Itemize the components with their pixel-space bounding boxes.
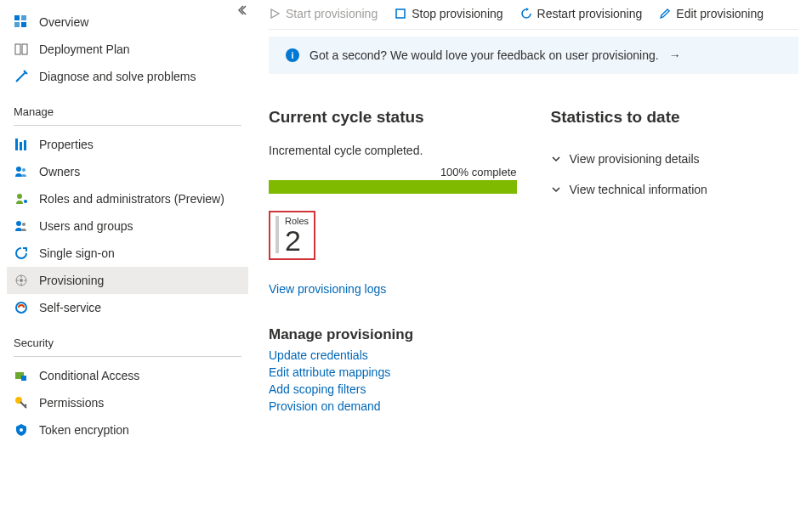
sidebar-item-label: Provisioning — [39, 274, 104, 287]
sso-icon — [14, 246, 29, 261]
roles-count: 2 — [285, 226, 309, 255]
stop-icon — [395, 8, 406, 20]
sidebar-item-conditional-access[interactable]: Conditional Access — [7, 362, 248, 389]
info-icon: i — [286, 48, 299, 62]
collapse-sidebar-icon[interactable] — [236, 5, 247, 15]
view-technical-information-toggle[interactable]: View technical information — [551, 174, 799, 205]
manage-provisioning-heading: Manage provisioning — [269, 326, 517, 343]
feedback-banner[interactable]: i Got a second? We would love your feedb… — [269, 37, 798, 74]
deployment-plan-icon — [14, 42, 29, 57]
sidebar-item-diagnose[interactable]: Diagnose and solve problems — [7, 63, 248, 90]
statistics-heading: Statistics to date — [551, 108, 799, 127]
provision-on-demand-link[interactable]: Provision on demand — [269, 398, 517, 415]
svg-point-11 — [17, 194, 22, 199]
start-provisioning-button: Start provisioning — [269, 7, 378, 20]
roles-card[interactable]: Roles 2 — [269, 211, 315, 260]
stop-provisioning-button[interactable]: Stop provisioning — [395, 7, 503, 20]
svg-rect-8 — [24, 140, 26, 150]
svg-rect-22 — [396, 9, 405, 18]
sidebar-section-security: Security — [7, 321, 248, 353]
sidebar-item-label: Single sign-on — [39, 246, 115, 260]
provisioning-icon — [14, 273, 29, 288]
svg-rect-7 — [20, 142, 22, 150]
sidebar-item-label: Properties — [39, 138, 94, 151]
cycle-status-heading: Current cycle status — [269, 108, 517, 127]
restart-icon — [520, 8, 532, 20]
view-provisioning-details-toggle[interactable]: View provisioning details — [551, 144, 799, 174]
svg-rect-2 — [14, 22, 20, 27]
sidebar-item-users-groups[interactable]: Users and groups — [7, 212, 248, 240]
feedback-text: Got a second? We would love your feedbac… — [309, 48, 659, 62]
sidebar-item-deployment-plan[interactable]: Deployment Plan — [7, 36, 248, 63]
users-groups-icon — [14, 218, 29, 234]
chevron-down-icon — [551, 184, 561, 195]
sidebar-item-overview[interactable]: Overview — [7, 8, 248, 36]
divider — [14, 125, 241, 126]
diagnose-icon — [14, 69, 29, 84]
sidebar-item-self-service[interactable]: Self-service — [7, 294, 248, 321]
sidebar-item-label: Diagnose and solve problems — [39, 70, 196, 83]
update-credentials-link[interactable]: Update credentials — [269, 347, 517, 364]
cycle-status-text: Incremental cycle completed. — [269, 144, 517, 157]
sidebar-item-label: Owners — [39, 165, 80, 178]
view-provisioning-logs-link[interactable]: View provisioning logs — [269, 280, 517, 297]
sidebar-item-roles[interactable]: Roles and administrators (Preview) — [7, 185, 248, 212]
sidebar-item-sso[interactable]: Single sign-on — [7, 240, 248, 267]
sidebar-item-label: Conditional Access — [39, 369, 139, 382]
progress-percent: 100% complete — [269, 166, 517, 178]
svg-rect-19 — [21, 376, 26, 381]
sidebar-item-token-encryption[interactable]: Token encryption — [7, 416, 248, 444]
arrow-right-icon: → — [669, 48, 681, 62]
svg-rect-3 — [21, 22, 26, 27]
edit-attribute-mappings-link[interactable]: Edit attribute mappings — [269, 364, 517, 381]
svg-point-13 — [16, 221, 21, 226]
sidebar-item-label: Permissions — [39, 396, 104, 410]
svg-rect-1 — [21, 15, 26, 20]
overview-icon — [14, 14, 29, 30]
sidebar-item-label: Self-service — [39, 301, 101, 314]
restart-provisioning-button[interactable]: Restart provisioning — [520, 7, 643, 20]
sidebar-item-label: Users and groups — [39, 219, 133, 233]
progress-bar — [269, 180, 517, 194]
sidebar-item-label: Roles and administrators (Preview) — [39, 192, 224, 206]
sidebar-item-owners[interactable]: Owners — [7, 158, 248, 185]
svg-point-14 — [22, 223, 26, 226]
sidebar-item-label: Token encryption — [39, 423, 129, 437]
svg-point-17 — [16, 303, 26, 313]
edit-icon — [659, 8, 671, 20]
sidebar-section-manage: Manage — [7, 90, 248, 122]
add-scoping-filters-link[interactable]: Add scoping filters — [269, 381, 517, 398]
svg-rect-0 — [14, 15, 20, 20]
roles-card-bar — [275, 216, 279, 253]
owners-icon — [14, 164, 29, 179]
svg-rect-5 — [22, 44, 27, 54]
properties-icon — [14, 137, 29, 152]
chevron-down-icon — [551, 154, 561, 164]
sidebar-item-permissions[interactable]: Permissions — [7, 389, 248, 416]
token-encryption-icon — [14, 422, 29, 438]
sidebar-item-label: Deployment Plan — [39, 42, 130, 56]
sidebar-item-provisioning[interactable]: Provisioning — [7, 267, 248, 294]
svg-point-21 — [20, 428, 23, 432]
svg-point-10 — [22, 168, 26, 172]
svg-rect-6 — [15, 139, 18, 150]
permissions-icon — [14, 395, 29, 410]
play-icon — [269, 8, 281, 20]
svg-point-16 — [20, 279, 23, 282]
roles-icon — [14, 191, 29, 206]
toolbar: Start provisioning Stop provisioning Res… — [269, 7, 798, 30]
svg-point-9 — [16, 167, 21, 172]
sidebar-item-properties[interactable]: Properties — [7, 131, 248, 158]
conditional-access-icon — [14, 368, 29, 383]
svg-rect-4 — [15, 44, 20, 54]
divider — [14, 356, 241, 357]
edit-provisioning-button[interactable]: Edit provisioning — [659, 7, 764, 20]
sidebar-item-label: Overview — [39, 15, 88, 29]
self-service-icon — [14, 300, 29, 315]
